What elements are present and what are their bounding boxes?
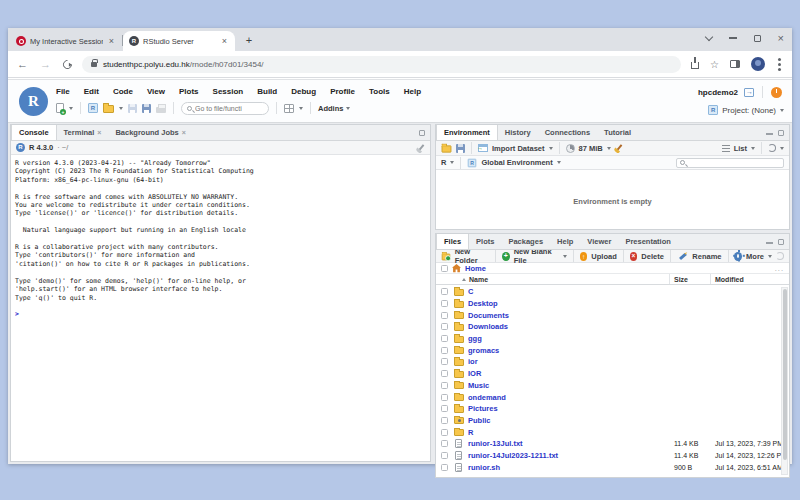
file-name-link[interactable]: Downloads	[468, 322, 508, 331]
tab-background-jobs[interactable]: Background Jobs×	[108, 125, 192, 140]
profile-avatar[interactable]	[751, 57, 765, 71]
file-name-link[interactable]: gromacs	[468, 346, 499, 355]
project-selector[interactable]: R Project: (None)	[708, 105, 784, 115]
lock-icon[interactable]	[91, 62, 97, 67]
menu-item[interactable]: View	[147, 87, 165, 96]
browser-menu-icon[interactable]	[778, 63, 781, 66]
files-scrollbar[interactable]	[781, 287, 788, 475]
menu-item[interactable]: Debug	[291, 87, 316, 96]
tab-search-chevron-icon[interactable]	[704, 32, 712, 40]
open-file-icon[interactable]	[103, 105, 114, 113]
address-bar[interactable]: studenthpc.polyu.edu.hk/rnode/h07d01/345…	[82, 56, 681, 73]
column-name[interactable]: Name	[462, 276, 488, 283]
save-workspace-icon[interactable]	[456, 144, 465, 153]
file-name-link[interactable]: Pictures	[468, 404, 498, 413]
file-row[interactable]: Documents	[436, 309, 789, 321]
file-row[interactable]: Downloads	[436, 321, 789, 333]
tab-close-icon[interactable]: ×	[107, 37, 116, 46]
column-modified[interactable]: Modified	[715, 276, 744, 283]
pane-maximize-icon[interactable]	[419, 130, 425, 136]
list-view-label[interactable]: List	[734, 144, 747, 153]
tab-close-icon[interactable]: ×	[220, 37, 229, 46]
file-checkbox[interactable]	[441, 347, 448, 354]
file-row[interactable]: gromacs	[436, 344, 789, 356]
menu-item[interactable]: Code	[113, 87, 133, 96]
menu-item[interactable]: Session	[213, 87, 244, 96]
console-output[interactable]: R version 4.3.0 (2023-04-21) -- "Already…	[11, 156, 430, 461]
clear-objects-icon[interactable]	[615, 144, 622, 151]
working-directory-label[interactable]: · ~/	[57, 143, 68, 152]
load-workspace-icon[interactable]	[442, 145, 452, 152]
file-row[interactable]: Music	[436, 380, 789, 392]
delete-icon[interactable]: ×	[630, 252, 638, 261]
side-panel-icon[interactable]	[730, 60, 740, 68]
pane-maximize-icon[interactable]	[778, 130, 784, 136]
file-row[interactable]: R	[436, 426, 789, 438]
list-view-icon[interactable]	[722, 144, 730, 152]
memory-usage-label[interactable]: 87 MiB	[579, 144, 603, 153]
tab-terminal[interactable]: Terminal×	[57, 125, 109, 140]
pane-tab[interactable]: Connections	[538, 125, 597, 140]
open-recent-dropdown-icon[interactable]	[119, 107, 123, 110]
rename-label[interactable]: Rename	[692, 252, 721, 261]
refresh-environment-icon[interactable]	[768, 144, 776, 152]
file-checkbox[interactable]	[441, 370, 448, 377]
file-row[interactable]: runior-14Jul2023-1211.txt 11.4 KB Jul 14…	[436, 450, 789, 462]
panes-dropdown-icon[interactable]	[299, 107, 303, 110]
file-row[interactable]: runior.sh 900 B Jul 14, 2023, 6:51 AM	[436, 461, 789, 473]
menu-item[interactable]: Edit	[84, 87, 99, 96]
goto-file-input[interactable]	[195, 105, 263, 112]
delete-label[interactable]: Delete	[641, 252, 664, 261]
browser-tab-rstudio[interactable]: RStudio Server ×	[123, 31, 235, 51]
more-gear-icon[interactable]	[734, 252, 742, 261]
file-name-link[interactable]: Documents	[468, 311, 509, 320]
new-file-icon[interactable]	[56, 103, 64, 113]
file-name-link[interactable]: ior	[468, 357, 478, 366]
file-name-link[interactable]: runior-14Jul2023-1211.txt	[468, 451, 558, 460]
forward-icon[interactable]: →	[40, 58, 51, 70]
file-checkbox[interactable]	[441, 382, 448, 389]
pane-minimize-icon[interactable]	[766, 239, 773, 244]
file-name-link[interactable]: C	[468, 287, 473, 296]
file-row[interactable]: Public	[436, 415, 789, 427]
r-version-icon[interactable]: R	[16, 143, 25, 152]
print-icon[interactable]	[156, 107, 166, 113]
memory-caret-icon[interactable]	[607, 147, 611, 150]
file-name-link[interactable]: Public	[468, 416, 491, 425]
refresh-caret-icon[interactable]	[780, 147, 784, 150]
save-all-icon[interactable]	[142, 104, 151, 113]
tab-close-icon[interactable]: ×	[182, 125, 186, 140]
file-checkbox[interactable]	[441, 405, 448, 412]
more-caret-icon[interactable]	[768, 255, 772, 258]
console-prompt[interactable]: >	[15, 310, 19, 318]
file-checkbox[interactable]	[441, 440, 448, 447]
environment-caret-icon[interactable]	[557, 161, 561, 164]
file-row[interactable]: runior-13Jul.txt 11.4 KB Jul 13, 2023, 7…	[436, 438, 789, 450]
menu-item[interactable]: Build	[257, 87, 277, 96]
breadcrumb-more[interactable]: ...	[775, 264, 784, 273]
import-caret-icon[interactable]	[549, 147, 553, 150]
file-row[interactable]: ggg	[436, 333, 789, 345]
pane-tab[interactable]: Packages	[501, 234, 550, 249]
column-size[interactable]: Size	[674, 276, 688, 283]
memory-usage-icon[interactable]	[566, 144, 575, 153]
file-row[interactable]: C	[436, 286, 789, 298]
pane-tab[interactable]: Files	[436, 234, 469, 249]
pane-tab[interactable]: Help	[550, 234, 580, 249]
new-file-dropdown-icon[interactable]	[69, 107, 73, 110]
clear-console-icon[interactable]	[418, 144, 425, 151]
menu-item[interactable]: File	[56, 87, 70, 96]
environment-search-box[interactable]	[676, 158, 784, 168]
file-row[interactable]: Desktop	[436, 298, 789, 310]
language-caret-icon[interactable]	[450, 161, 454, 164]
file-name-link[interactable]: R	[468, 428, 473, 437]
workspace-panes-icon[interactable]	[284, 104, 294, 113]
file-row[interactable]: IOR	[436, 368, 789, 380]
back-icon[interactable]: ←	[17, 58, 28, 70]
language-selector-label[interactable]: R	[441, 158, 446, 167]
new-project-icon[interactable]: R	[88, 103, 98, 113]
pane-tab[interactable]: History	[498, 125, 538, 140]
new-folder-icon[interactable]	[442, 254, 450, 261]
file-checkbox[interactable]	[441, 358, 448, 365]
browser-tab-ondemand[interactable]: My Interactive Sessions - Studen ×	[10, 31, 122, 51]
